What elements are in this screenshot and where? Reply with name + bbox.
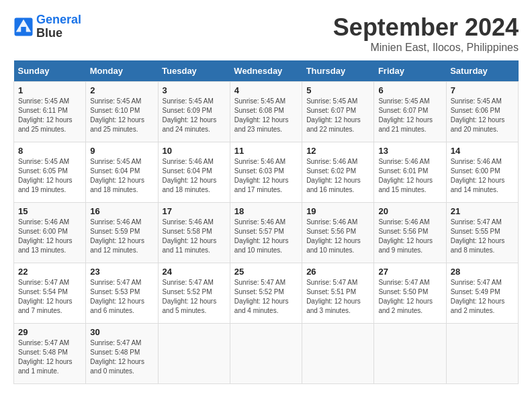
column-header-wednesday: Wednesday <box>230 60 302 82</box>
calendar-cell: 13Sunrise: 5:46 AM Sunset: 6:01 PM Dayli… <box>374 142 446 203</box>
calendar-cell: 1Sunrise: 5:45 AM Sunset: 6:11 PM Daylig… <box>14 82 86 142</box>
day-number: 5 <box>306 85 369 95</box>
day-info: Sunrise: 5:45 AM Sunset: 6:05 PM Dayligh… <box>18 157 81 195</box>
day-number: 15 <box>18 206 81 216</box>
day-number: 30 <box>90 327 153 337</box>
day-number: 11 <box>234 146 298 156</box>
day-info: Sunrise: 5:46 AM Sunset: 6:01 PM Dayligh… <box>378 157 441 195</box>
day-info: Sunrise: 5:47 AM Sunset: 5:55 PM Dayligh… <box>451 218 514 255</box>
calendar-cell: 10Sunrise: 5:46 AM Sunset: 6:04 PM Dayli… <box>158 142 230 203</box>
day-number: 9 <box>90 146 153 156</box>
day-info: Sunrise: 5:45 AM Sunset: 6:04 PM Dayligh… <box>90 157 153 195</box>
svg-rect-2 <box>21 27 26 33</box>
day-number: 10 <box>163 146 226 156</box>
day-number: 1 <box>18 85 81 95</box>
calendar-cell: 19Sunrise: 5:46 AM Sunset: 5:56 PM Dayli… <box>302 203 374 263</box>
day-number: 13 <box>378 146 441 156</box>
calendar-cell: 28Sunrise: 5:47 AM Sunset: 5:49 PM Dayli… <box>446 263 518 324</box>
calendar-cell: 12Sunrise: 5:46 AM Sunset: 6:02 PM Dayli… <box>302 142 374 203</box>
month-title: September 2024 <box>333 13 519 42</box>
day-info: Sunrise: 5:46 AM Sunset: 5:56 PM Dayligh… <box>306 218 369 255</box>
day-number: 7 <box>451 85 514 95</box>
day-info: Sunrise: 5:47 AM Sunset: 5:52 PM Dayligh… <box>234 278 298 316</box>
day-info: Sunrise: 5:47 AM Sunset: 5:50 PM Dayligh… <box>378 278 441 316</box>
calendar-cell: 3Sunrise: 5:45 AM Sunset: 6:09 PM Daylig… <box>158 82 230 142</box>
calendar-cell: 22Sunrise: 5:47 AM Sunset: 5:54 PM Dayli… <box>14 263 86 324</box>
column-header-sunday: Sunday <box>14 60 86 82</box>
day-number: 27 <box>378 267 441 277</box>
calendar-cell: 29Sunrise: 5:47 AM Sunset: 5:48 PM Dayli… <box>14 324 86 384</box>
day-number: 4 <box>234 85 298 95</box>
location-title: Minien East, Ilocos, Philippines <box>333 42 519 54</box>
day-info: Sunrise: 5:45 AM Sunset: 6:08 PM Dayligh… <box>234 97 298 134</box>
calendar-cell: 2Sunrise: 5:45 AM Sunset: 6:10 PM Daylig… <box>86 82 158 142</box>
day-info: Sunrise: 5:46 AM Sunset: 6:03 PM Dayligh… <box>234 157 298 195</box>
day-info: Sunrise: 5:46 AM Sunset: 5:58 PM Dayligh… <box>163 218 226 255</box>
day-number: 24 <box>163 267 226 277</box>
day-info: Sunrise: 5:46 AM Sunset: 6:04 PM Dayligh… <box>163 157 226 195</box>
calendar-cell <box>230 324 302 384</box>
day-number: 6 <box>378 85 441 95</box>
day-info: Sunrise: 5:47 AM Sunset: 5:51 PM Dayligh… <box>306 278 369 316</box>
calendar-cell: 20Sunrise: 5:46 AM Sunset: 5:56 PM Dayli… <box>374 203 446 263</box>
logo: General Blue <box>13 13 81 40</box>
day-info: Sunrise: 5:46 AM Sunset: 5:59 PM Dayligh… <box>90 218 153 255</box>
day-number: 3 <box>163 85 226 95</box>
day-info: Sunrise: 5:47 AM Sunset: 5:53 PM Dayligh… <box>90 278 153 316</box>
column-header-friday: Friday <box>374 60 446 82</box>
day-info: Sunrise: 5:45 AM Sunset: 6:07 PM Dayligh… <box>378 97 441 134</box>
calendar-cell: 23Sunrise: 5:47 AM Sunset: 5:53 PM Dayli… <box>86 263 158 324</box>
calendar-cell <box>158 324 230 384</box>
column-header-thursday: Thursday <box>302 60 374 82</box>
day-number: 17 <box>163 206 226 216</box>
calendar-cell <box>302 324 374 384</box>
day-info: Sunrise: 5:45 AM Sunset: 6:11 PM Dayligh… <box>18 97 81 134</box>
day-number: 22 <box>18 267 81 277</box>
day-number: 23 <box>90 267 153 277</box>
day-number: 25 <box>234 267 298 277</box>
logo-icon <box>13 17 34 37</box>
day-info: Sunrise: 5:47 AM Sunset: 5:52 PM Dayligh… <box>163 278 226 316</box>
day-number: 8 <box>18 146 81 156</box>
page-header: General Blue September 2024 Minien East,… <box>13 13 519 54</box>
calendar-cell: 16Sunrise: 5:46 AM Sunset: 5:59 PM Dayli… <box>86 203 158 263</box>
calendar-cell: 4Sunrise: 5:45 AM Sunset: 6:08 PM Daylig… <box>230 82 302 142</box>
day-info: Sunrise: 5:45 AM Sunset: 6:09 PM Dayligh… <box>163 97 226 134</box>
day-info: Sunrise: 5:45 AM Sunset: 6:07 PM Dayligh… <box>306 97 369 134</box>
calendar-cell: 11Sunrise: 5:46 AM Sunset: 6:03 PM Dayli… <box>230 142 302 203</box>
day-info: Sunrise: 5:47 AM Sunset: 5:49 PM Dayligh… <box>451 278 514 316</box>
day-number: 28 <box>451 267 514 277</box>
calendar-cell: 25Sunrise: 5:47 AM Sunset: 5:52 PM Dayli… <box>230 263 302 324</box>
day-info: Sunrise: 5:47 AM Sunset: 5:48 PM Dayligh… <box>90 338 153 376</box>
calendar-cell <box>446 324 518 384</box>
calendar-cell: 26Sunrise: 5:47 AM Sunset: 5:51 PM Dayli… <box>302 263 374 324</box>
day-info: Sunrise: 5:46 AM Sunset: 6:00 PM Dayligh… <box>451 157 514 195</box>
column-header-tuesday: Tuesday <box>158 60 230 82</box>
calendar-table: SundayMondayTuesdayWednesdayThursdayFrid… <box>13 60 519 384</box>
column-header-monday: Monday <box>86 60 158 82</box>
calendar-cell: 21Sunrise: 5:47 AM Sunset: 5:55 PM Dayli… <box>446 203 518 263</box>
calendar-cell <box>374 324 446 384</box>
calendar-cell: 27Sunrise: 5:47 AM Sunset: 5:50 PM Dayli… <box>374 263 446 324</box>
calendar-cell: 14Sunrise: 5:46 AM Sunset: 6:00 PM Dayli… <box>446 142 518 203</box>
calendar-cell: 7Sunrise: 5:45 AM Sunset: 6:06 PM Daylig… <box>446 82 518 142</box>
day-number: 19 <box>306 206 369 216</box>
calendar-cell: 18Sunrise: 5:46 AM Sunset: 5:57 PM Dayli… <box>230 203 302 263</box>
calendar-cell: 6Sunrise: 5:45 AM Sunset: 6:07 PM Daylig… <box>374 82 446 142</box>
day-info: Sunrise: 5:46 AM Sunset: 5:56 PM Dayligh… <box>378 218 441 255</box>
column-header-saturday: Saturday <box>446 60 518 82</box>
day-number: 12 <box>306 146 369 156</box>
day-info: Sunrise: 5:45 AM Sunset: 6:10 PM Dayligh… <box>90 97 153 134</box>
day-number: 26 <box>306 267 369 277</box>
day-info: Sunrise: 5:46 AM Sunset: 6:02 PM Dayligh… <box>306 157 369 195</box>
calendar-cell: 30Sunrise: 5:47 AM Sunset: 5:48 PM Dayli… <box>86 324 158 384</box>
calendar-cell: 5Sunrise: 5:45 AM Sunset: 6:07 PM Daylig… <box>302 82 374 142</box>
day-info: Sunrise: 5:47 AM Sunset: 5:54 PM Dayligh… <box>18 278 81 316</box>
day-number: 20 <box>378 206 441 216</box>
day-info: Sunrise: 5:46 AM Sunset: 5:57 PM Dayligh… <box>234 218 298 255</box>
day-number: 2 <box>90 85 153 95</box>
calendar-cell: 9Sunrise: 5:45 AM Sunset: 6:04 PM Daylig… <box>86 142 158 203</box>
day-info: Sunrise: 5:47 AM Sunset: 5:48 PM Dayligh… <box>18 338 81 376</box>
title-area: September 2024 Minien East, Ilocos, Phil… <box>333 13 519 54</box>
day-number: 21 <box>451 206 514 216</box>
